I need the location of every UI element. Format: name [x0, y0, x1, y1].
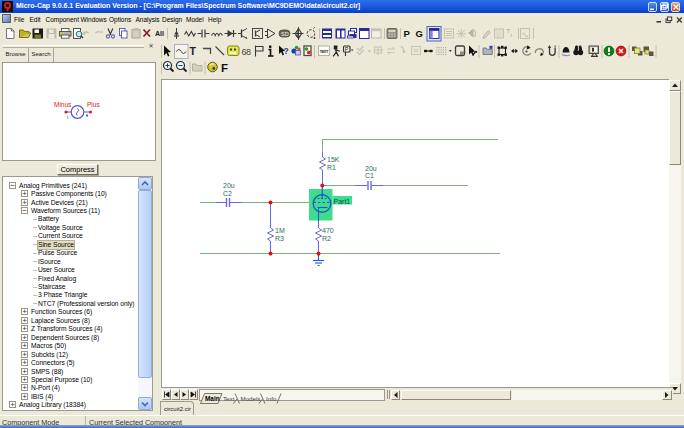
svg-text:G: G: [416, 28, 423, 39]
svg-text:TEXT: TEXT: [320, 50, 329, 54]
svg-text:C1: C1: [365, 172, 374, 179]
svg-text:Main: Main: [205, 395, 220, 402]
svg-text:20u: 20u: [365, 165, 377, 172]
svg-text:R3: R3: [275, 235, 284, 242]
svg-text:t: t: [511, 32, 513, 38]
svg-text:R1: R1: [327, 164, 336, 171]
svg-text:Minus: Minus: [54, 101, 72, 108]
svg-text:68: 68: [242, 47, 252, 57]
svg-text:R2: R2: [322, 235, 331, 242]
svg-text:C2: C2: [223, 190, 232, 197]
svg-text:Part1: Part1: [334, 198, 351, 205]
svg-text:SD: SD: [281, 31, 289, 37]
svg-text:All: All: [155, 30, 164, 37]
svg-text:P: P: [404, 28, 411, 39]
svg-text:Text: Text: [223, 395, 235, 402]
svg-text:Plus: Plus: [87, 101, 100, 108]
svg-text:F: F: [221, 62, 228, 74]
svg-text:15K: 15K: [327, 156, 340, 163]
svg-text:?: ?: [284, 46, 289, 56]
svg-text:Info: Info: [266, 395, 277, 402]
svg-text:20u: 20u: [223, 182, 235, 189]
svg-text:1M: 1M: [275, 227, 285, 234]
svg-text:P: P: [345, 46, 349, 52]
svg-text:Models: Models: [241, 395, 261, 402]
svg-text:T: T: [190, 45, 197, 57]
svg-text:t: t: [67, 114, 69, 120]
svg-text:470: 470: [322, 227, 334, 234]
